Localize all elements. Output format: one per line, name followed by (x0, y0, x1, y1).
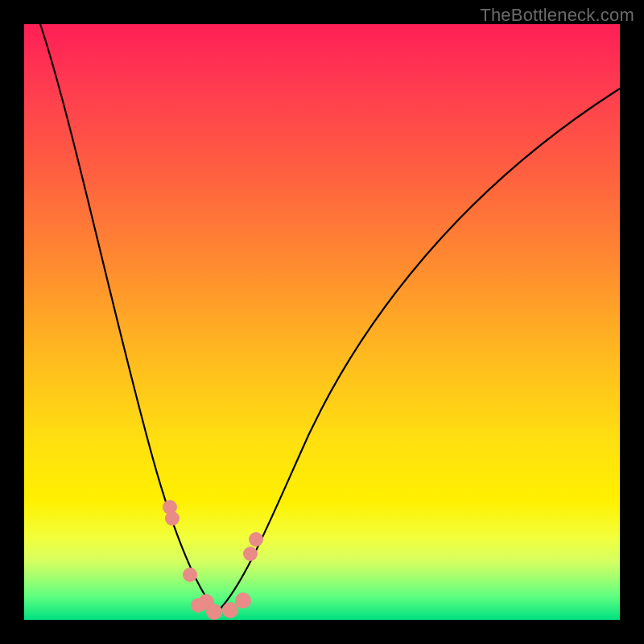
svg-point-1 (165, 511, 180, 526)
svg-point-5 (206, 604, 222, 620)
plot-area (24, 24, 620, 620)
svg-point-9 (249, 532, 263, 547)
chart-frame: TheBottleneck.com (0, 0, 644, 644)
watermark-text: TheBottleneck.com (480, 5, 634, 26)
left-curve (40, 24, 217, 612)
svg-point-7 (235, 592, 251, 609)
svg-point-4 (191, 598, 205, 613)
dot-cluster (163, 500, 263, 620)
svg-point-8 (243, 547, 258, 561)
right-curve (217, 89, 620, 612)
svg-point-2 (183, 568, 197, 582)
curves-svg (24, 24, 620, 620)
svg-point-6 (222, 602, 238, 618)
